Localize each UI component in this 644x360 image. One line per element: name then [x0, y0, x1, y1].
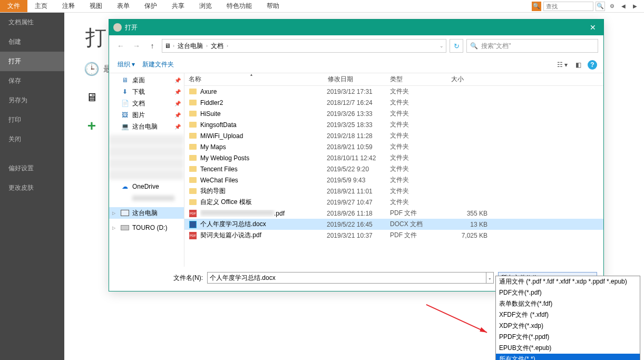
nav-quick-download[interactable]: ⬇下载📌 [109, 86, 184, 98]
file-type: 文件夹 [390, 164, 451, 173]
search-icon[interactable]: 🔍 [596, 2, 605, 11]
breadcrumb-docs[interactable]: 文档 [210, 42, 225, 51]
dialog-search[interactable]: 🔍 搜索"文档" [466, 39, 598, 53]
ribbon-tab-5[interactable]: 保护 [137, 0, 164, 12]
file-type: DOCX 文档 [390, 220, 451, 229]
file-row[interactable]: PDF .pdf 2018/9/26 11:18 PDF 文件 355 KB [184, 208, 603, 219]
filter-option[interactable]: XFDF文件 (*.xfdf) [496, 309, 640, 320]
sidebar-item-4[interactable]: 另存为 [0, 91, 64, 110]
ribbon-tab-6[interactable]: 共享 [164, 0, 192, 12]
col-date[interactable]: 修改日期 [324, 75, 386, 84]
up-button[interactable]: ↑ [146, 40, 159, 52]
nav-quick-pc[interactable]: 💻这台电脑📌 [109, 121, 184, 132]
close-icon[interactable]: ✕ [587, 21, 599, 34]
file-date: 2019/3/26 13:33 [327, 110, 390, 118]
file-row[interactable]: 我的导图 2018/9/21 11:01 文件夹 [184, 186, 603, 197]
filter-option[interactable]: PDF文件(*.pdf) [496, 287, 640, 298]
nav-onedrive[interactable]: ☁ OneDrive [109, 181, 184, 192]
file-row[interactable]: HiSuite 2019/3/26 13:33 文件夹 [184, 108, 603, 119]
nav-quick-desktop[interactable]: 🖥桌面📌 [109, 74, 184, 86]
address-bar[interactable]: 🖥 › 这台电脑 › 文档 › ⌄ [162, 39, 446, 53]
file-date: 2019/3/25 18:33 [327, 121, 390, 129]
folder-icon [189, 110, 197, 118]
file-name: HiSuite [200, 110, 327, 118]
file-row[interactable]: WeChat Files 2019/5/9 9:43 文件夹 [184, 174, 603, 186]
filter-option[interactable]: XDP文件(*.xdp) [496, 320, 640, 332]
organize-button[interactable]: 组织 ▾ [115, 59, 137, 70]
file-type: 文件夹 [390, 176, 451, 184]
filter-option[interactable]: 表单数据文件(*.fdf) [496, 298, 640, 309]
nav-quick-document[interactable]: 📄文档📌 [109, 98, 184, 109]
file-row[interactable]: My Weblog Posts 2018/10/11 12:42 文件夹 [184, 152, 603, 163]
filter-option[interactable]: 所有文件(*.*) [496, 354, 640, 360]
file-row[interactable]: 个人年度学习总结.docx 2019/5/22 16:45 DOCX 文档 13… [184, 219, 603, 230]
preview-pane-icon[interactable]: ◧ [572, 59, 584, 71]
help-icon[interactable]: ? [588, 60, 597, 70]
nav-thispc[interactable]: ▷ 这台电脑 [109, 207, 184, 219]
col-name[interactable]: 名称 [184, 75, 324, 84]
nav-drive-d[interactable]: ▷ TOURO (D:) [109, 222, 184, 233]
file-row[interactable]: MiWiFi_Upload 2019/2/18 11:28 文件夹 [184, 130, 603, 141]
view-icon[interactable]: ☷ ▾ [556, 59, 569, 71]
filename-input[interactable] [207, 272, 486, 284]
file-size: 355 KB [451, 210, 487, 217]
file-date: 2018/12/7 16:24 [327, 99, 390, 106]
nav-quick-picture[interactable]: 🖼图片📌 [109, 109, 184, 121]
file-row[interactable]: Fiddler2 2018/12/7 16:24 文件夹 [184, 97, 603, 108]
file-date: 2019/9/27 10:47 [327, 199, 390, 206]
ribbon-tab-3[interactable]: 视图 [82, 0, 110, 12]
sidebar: 文档属性创建打开保存另存为打印关闭偏好设置更改皮肤 [0, 13, 64, 360]
file-row[interactable]: Tencent Files 2019/5/22 9:20 文件夹 [184, 163, 603, 174]
sidebar-item-2[interactable]: 打开 [0, 52, 64, 71]
ribbon-tab-8[interactable]: 特色功能 [219, 0, 259, 12]
refresh-button[interactable]: ↻ [450, 39, 463, 53]
sidebar-item-5[interactable]: 打印 [0, 110, 64, 130]
file-row[interactable]: PDF 契诃夫短篇小说选.pdf 2019/3/21 10:37 PDF 文件 … [184, 230, 603, 241]
file-date: 2018/9/21 11:01 [327, 188, 390, 195]
file-name: WeChat Files [200, 177, 327, 184]
filter-option[interactable]: PPDF文件(*.ppdf) [496, 332, 640, 343]
ribbon-tab-0[interactable]: 文件 [0, 0, 27, 12]
ribbon-tab-1[interactable]: 主页 [27, 0, 55, 12]
file-size: 13 KB [451, 221, 487, 228]
file-row[interactable]: 自定义 Office 模板 2019/9/27 10:47 文件夹 [184, 197, 603, 208]
chevron-left-icon[interactable]: ◀ [619, 2, 628, 11]
search-icon-orange[interactable]: 🔍 [532, 2, 541, 11]
gear-icon[interactable]: ⚙ [607, 2, 617, 11]
ribbon-tab-9[interactable]: 帮助 [259, 0, 287, 12]
col-size[interactable]: 大小 [447, 75, 489, 84]
sidebar-item-1[interactable]: 创建 [0, 32, 64, 52]
folder-icon [189, 143, 197, 151]
sidebar-item-6[interactable]: 关闭 [0, 130, 64, 149]
ribbon-tab-2[interactable]: 注释 [55, 0, 82, 12]
file-row[interactable]: Axure 2019/3/12 17:31 文件夹 [184, 86, 603, 97]
sidebar-item-3[interactable]: 保存 [0, 71, 64, 91]
ribbon-search-input[interactable] [543, 2, 593, 11]
file-name: My Maps [200, 143, 327, 151]
filter-option[interactable]: 通用文件 (*.pdf *.fdf *.xfdf *.xdp *.ppdf *.… [496, 276, 640, 287]
file-row[interactable]: My Maps 2018/9/21 10:59 文件夹 [184, 141, 603, 152]
folder-icon [189, 154, 197, 162]
address-dropdown-icon[interactable]: ⌄ [440, 43, 444, 48]
file-type: 文件夹 [390, 198, 451, 207]
chevron-right-icon[interactable]: ▶ [630, 2, 640, 11]
ribbon-tab-7[interactable]: 浏览 [192, 0, 219, 12]
file-row[interactable]: KingsoftData 2019/3/25 18:33 文件夹 [184, 119, 603, 130]
sidebar-item-7[interactable]: 偏好设置 [0, 159, 64, 178]
filename-dropdown-icon[interactable]: ⌄ [486, 272, 494, 284]
filter-option[interactable]: EPUB文件(*.epub) [496, 343, 640, 354]
folder-icon [189, 87, 197, 96]
sidebar-item-0[interactable]: 文档属性 [0, 13, 64, 32]
pdf-icon: PDF [189, 209, 197, 218]
file-type: PDF 文件 [390, 209, 451, 218]
sidebar-item-8[interactable]: 更改皮肤 [0, 178, 64, 198]
breadcrumb-pc[interactable]: 这台电脑 [177, 42, 204, 51]
blurred-nav-items [109, 133, 184, 180]
docx-icon [189, 220, 197, 229]
back-button[interactable]: ← [114, 40, 127, 52]
forward-button: → [130, 40, 143, 52]
sort-indicator-icon: ▴ [250, 73, 252, 77]
ribbon-tab-4[interactable]: 表单 [110, 0, 137, 12]
new-folder-button[interactable]: 新建文件夹 [140, 59, 176, 70]
col-type[interactable]: 类型 [386, 75, 447, 84]
